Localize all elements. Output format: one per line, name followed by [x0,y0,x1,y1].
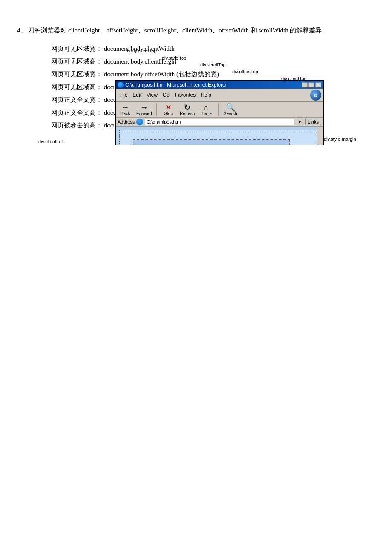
div-margin [133,140,289,145]
page-container: body.clientTop div.style.top div.scrollT… [17,25,375,132]
menu-view[interactable]: View [147,92,158,98]
menu-edit[interactable]: Edit [133,92,141,98]
ie-vertical-scrollbar[interactable] [317,127,323,145]
toolbar-back-button[interactable]: ← Back [118,104,133,116]
ie-logo-icon [118,82,124,88]
ie-close-button[interactable]: ✕ [315,82,321,87]
stop-icon: ✕ [165,104,172,111]
toolbar-home-button[interactable]: ⌂ Home [199,104,214,116]
item-label-4: 网页正文全文宽： [51,96,102,103]
item-row-2: 网页可见区域宽： document.body.offsetWidth (包括边线… [51,68,375,81]
div-outer: is so cool! DHTML is so cool! DHTML is s… [133,139,290,145]
item-label-1: 网页可见区域高： [51,58,102,65]
menu-file[interactable]: File [119,92,127,98]
label-div-style-margin: div.style.margin [324,136,356,142]
menu-go[interactable]: Go [163,92,170,98]
home-icon: ⌂ [204,104,208,111]
toolbar-stop-button[interactable]: ✕ Stop [161,104,176,116]
toolbar-separator-1 [156,103,157,116]
section-intro: 4、 四种浏览器对 clientHeight、offsetHeight、scro… [17,25,375,36]
ie-window: C:\dhtmlpos.htm - Microsoft Internet Exp… [115,80,324,145]
ie-e-logo: e [310,90,321,101]
menu-help[interactable]: Help [201,92,211,98]
search-icon: 🔍 [226,104,235,111]
toolbar-separator-2 [218,103,219,116]
stop-label: Stop [164,111,173,116]
ie-minimize-button[interactable]: _ [302,82,308,87]
body-region: is so cool! DHTML is so cool! DHTML is s… [119,130,317,145]
refresh-label: Refresh [180,111,195,116]
address-icon [136,119,143,125]
menu-favorites[interactable]: Favorites [175,92,196,98]
item-label-5: 网页正文全文高： [51,109,102,116]
toolbar-refresh-button[interactable]: ↻ Refresh [180,104,195,116]
address-dropdown-button[interactable]: ▼ [296,119,303,125]
ie-menubar: File Edit View Go Favorites Help e [116,89,323,102]
ie-title-text: C:\dhtmlpos.htm - Microsoft Internet Exp… [125,82,227,88]
search-label: Search [224,111,237,116]
refresh-icon: ↻ [184,104,190,111]
ie-maximize-button[interactable]: □ [308,82,314,87]
ie-titlebar-title: C:\dhtmlpos.htm - Microsoft Internet Exp… [118,82,227,88]
forward-icon: → [140,104,148,111]
ie-content: is so cool! DHTML is so cool! DHTML is s… [116,127,323,145]
label-div-offset-top: div.offsetTop [232,69,258,74]
forward-label: Forward [136,111,152,116]
item-label-6: 网页被卷去的高： [51,122,102,129]
ie-addressbar: Address C:\dhtmlpos.htm ▼ Links [116,118,323,127]
item-label-3: 网页可见区域高： [51,84,102,90]
label-div-client-left: div.clientLeft [38,139,64,144]
ie-window-buttons: _ □ ✕ [302,82,321,87]
item-value-2: document.body.offsetWidth (包括边线的宽) [104,71,219,78]
item-row-0: 网页可见区域宽： document.body.clientWidth [51,42,375,55]
ie-toolbar: ← Back → Forward ✕ Stop ↻ Refresh ⌂ [116,102,323,118]
label-div-scroll-top: div.scrollTop [200,62,226,67]
home-label: Home [200,111,212,116]
label-div-style-top: div.style.top [162,55,186,61]
back-label: Back [121,111,130,116]
address-label: Address [118,119,135,124]
back-icon: ← [121,104,129,111]
links-button[interactable]: Links [305,119,321,125]
item-label-2: 网页可见区域宽： [51,71,102,78]
toolbar-search-button[interactable]: 🔍 Search [223,104,238,116]
toolbar-forward-button[interactable]: → Forward [136,104,152,116]
address-input[interactable]: C:\dhtmlpos.htm [145,119,294,125]
item-label-0: 网页可见区域宽： [51,45,102,52]
ie-titlebar: C:\dhtmlpos.htm - Microsoft Internet Exp… [116,81,323,89]
label-body-client-top: body.clientTop [127,48,157,53]
